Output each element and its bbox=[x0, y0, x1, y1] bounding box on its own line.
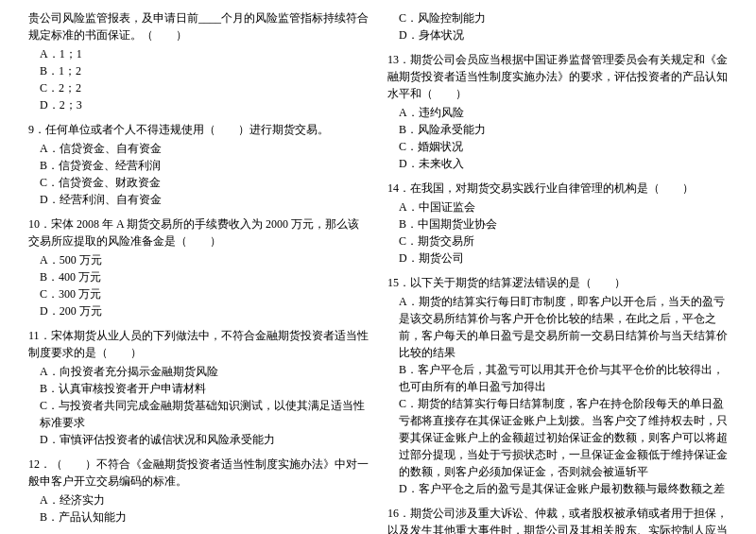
question-9-text: 9．任何单位或者个人不得违规使用（ ）进行期货交易。 bbox=[28, 121, 369, 138]
option-text: 婚姻状况 bbox=[418, 140, 463, 153]
option-text: 信贷资金、自有资金 bbox=[60, 142, 162, 155]
option-text: 期货交易所 bbox=[418, 234, 474, 248]
option-label: D． bbox=[40, 193, 60, 206]
q12-cont-options: C．风险控制能力 D．身体状况 bbox=[387, 9, 728, 43]
option-item: D．审慎评估投资者的诚信状况和风险承受能力 bbox=[40, 431, 369, 448]
question-9-block: 9．任何单位或者个人不得违规使用（ ）进行期货交易。 A．信贷资金、自有资金 B… bbox=[28, 121, 369, 208]
option-label: D． bbox=[399, 28, 419, 42]
q9-options: A．信贷资金、自有资金 B．信贷资金、经营利润 C．信贷资金、财政资金 D．经营… bbox=[28, 140, 369, 208]
option-text: 产品认知能力 bbox=[59, 510, 127, 524]
question-12-block: 12．（ ）不符合《金融期货投资者适当性制度实施办法》中对一般申客户开立交易编码… bbox=[28, 456, 369, 525]
option-item: B．客户平仓后，其盈亏可以用其开仓价与其平仓价的比较得出，也可由所有的单日盈亏加… bbox=[399, 361, 728, 395]
option-text: 审慎评估投资者的诚信状况和风险承受能力 bbox=[60, 433, 275, 446]
option-label: C． bbox=[40, 287, 59, 301]
option-item: D．客户平仓之后的盈亏是其保证金账户最初数额与最终数额之差 bbox=[399, 480, 728, 497]
option-item: D．200 万元 bbox=[40, 302, 369, 319]
option-item: D．身体状况 bbox=[399, 26, 728, 43]
option-label: B． bbox=[40, 159, 59, 172]
option-text: 期货公司 bbox=[419, 251, 464, 265]
option-label: A． bbox=[399, 295, 419, 308]
option-item: C．婚姻状况 bbox=[399, 138, 728, 155]
option-text: 400 万元 bbox=[59, 270, 101, 284]
question-14-block: 14．在我国，对期货交易实践行业自律管理的机构是（ ） A．中国证监会 B．中国… bbox=[387, 180, 728, 267]
right-column: C．风险控制能力 D．身体状况 13．期货公司会员应当根据中国证券监督管理委员会… bbox=[387, 9, 728, 534]
option-text: 1；1 bbox=[60, 47, 82, 60]
option-label: B． bbox=[399, 217, 418, 231]
option-label: D． bbox=[40, 433, 60, 446]
option-item: D．经营利润、自有资金 bbox=[40, 191, 369, 208]
option-text: 未来收入 bbox=[419, 157, 464, 170]
question-12-text: 12．（ ）不符合《金融期货投资者适当性制度实施办法》中对一般申客户开立交易编码… bbox=[28, 456, 369, 490]
option-label: A． bbox=[399, 106, 419, 119]
option-label: D． bbox=[399, 251, 419, 265]
option-item: A．1；1 bbox=[40, 45, 369, 62]
option-label: C． bbox=[399, 140, 418, 153]
option-text: 500 万元 bbox=[60, 253, 102, 267]
option-item: C．与投资者共同完成金融期货基础知识测试，以使其满足适当性标准要求 bbox=[40, 397, 369, 431]
option-text: 客户平仓之后的盈亏是其保证金账户最初数额与最终数额之差 bbox=[419, 482, 725, 495]
option-text: 期货的结算实行每日盯市制度，即客户以开仓后，当天的盈亏是该交易所结算价与客户开仓… bbox=[399, 295, 728, 359]
question-13-block: 13．期货公司会员应当根据中国证券监督管理委员会有关规定和《金融期货投资者适当性… bbox=[387, 51, 728, 172]
option-label: D． bbox=[399, 157, 419, 170]
q14-options: A．中国证监会 B．中国期货业协会 C．期货交易所 D．期货公司 bbox=[387, 198, 728, 267]
question-15-text: 15．以下关于期货的结算逻法错误的是（ ） bbox=[387, 274, 728, 291]
option-item: B．产品认知能力 bbox=[40, 508, 369, 525]
option-text: 经营利润、自有资金 bbox=[60, 193, 162, 206]
left-column: 贵公司风险监管报表，及申请日前____个月的风险监管指标持续符合规定标准的书面保… bbox=[28, 9, 369, 534]
question-15-block: 15．以下关于期货的结算逻法错误的是（ ） A．期货的结算实行每日盯市制度，即客… bbox=[387, 274, 728, 497]
option-text: 向投资者充分揭示金融期货风险 bbox=[60, 365, 218, 378]
option-label: A． bbox=[40, 365, 60, 378]
option-text: 风险承受能力 bbox=[418, 123, 486, 136]
option-label: C． bbox=[40, 399, 59, 412]
q15-options: A．期货的结算实行每日盯市制度，即客户以开仓后，当天的盈亏是该交易所结算价与客户… bbox=[387, 293, 728, 497]
option-label: A． bbox=[399, 200, 419, 214]
option-label: B． bbox=[40, 270, 59, 284]
option-item: A．经济实力 bbox=[40, 491, 369, 508]
option-item: A．期货的结算实行每日盯市制度，即客户以开仓后，当天的盈亏是该交易所结算价与客户… bbox=[399, 293, 728, 361]
option-item: C．信贷资金、财政资金 bbox=[40, 174, 369, 191]
option-text: 认真审核投资者开户申请材料 bbox=[59, 382, 206, 395]
option-text: 信贷资金、经营利润 bbox=[59, 159, 161, 172]
q12-options: A．经济实力 B．产品认知能力 bbox=[28, 491, 369, 525]
option-text: 200 万元 bbox=[60, 304, 102, 318]
option-item: C．期货的结算实行每日结算制度，客户在持仓阶段每天的单日盈亏都将直接存在其保证金… bbox=[399, 395, 728, 480]
option-item: B．1；2 bbox=[40, 62, 369, 79]
option-label: B． bbox=[399, 363, 418, 376]
option-item: C．2；2 bbox=[40, 79, 369, 96]
option-item: A．中国证监会 bbox=[399, 198, 728, 215]
option-text: 中国证监会 bbox=[419, 200, 475, 214]
option-label: C． bbox=[40, 81, 59, 95]
option-item: B．信贷资金、经营利润 bbox=[40, 157, 369, 174]
option-text: 300 万元 bbox=[59, 287, 101, 301]
option-item: D．未来收入 bbox=[399, 155, 728, 172]
option-text: 经济实力 bbox=[60, 493, 105, 507]
question-16-block: 16．期货公司涉及重大诉讼、仲裁，或者股权被承销或者用于担保，以及发生其他重大事… bbox=[387, 505, 728, 534]
intro-text: 贵公司风险监管报表，及申请日前____个月的风险监管指标持续符合规定标准的书面保… bbox=[28, 9, 369, 43]
option-label: D． bbox=[40, 304, 60, 318]
option-label: C． bbox=[399, 234, 418, 248]
two-column-layout: 贵公司风险监管报表，及申请日前____个月的风险监管指标持续符合规定标准的书面保… bbox=[28, 9, 728, 534]
option-label: C． bbox=[40, 176, 59, 189]
option-text: 违约风险 bbox=[419, 106, 464, 119]
option-text: 1；2 bbox=[59, 64, 81, 78]
q11-options: A．向投资者充分揭示金融期货风险 B．认真审核投资者开户申请材料 C．与投资者共… bbox=[28, 363, 369, 448]
question-12-continued-block: C．风险控制能力 D．身体状况 bbox=[387, 9, 728, 43]
option-label: B． bbox=[399, 123, 418, 136]
option-item: C．风险控制能力 bbox=[399, 9, 728, 26]
option-text: 身体状况 bbox=[419, 28, 464, 42]
option-label: A． bbox=[40, 142, 60, 155]
option-label: A． bbox=[40, 493, 60, 507]
option-item: D．2；3 bbox=[40, 96, 369, 113]
option-text: 期货的结算实行每日结算制度，客户在持仓阶段每天的单日盈亏都将直接存在其保证金账户… bbox=[399, 397, 728, 478]
option-label: D． bbox=[40, 98, 60, 112]
question-10-block: 10．宋体 2008 年 A 期货交易所的手续费收入为 2000 万元，那么该交… bbox=[28, 215, 369, 319]
q10-options: A．500 万元 B．400 万元 C．300 万元 D．200 万元 bbox=[28, 251, 369, 319]
q8-options: A．1；1 B．1；2 C．2；2 D．2；3 bbox=[28, 45, 369, 113]
page-container: 贵公司风险监管报表，及申请日前____个月的风险监管指标持续符合规定标准的书面保… bbox=[28, 9, 728, 534]
option-label: A． bbox=[40, 47, 60, 60]
option-text: 2；2 bbox=[59, 81, 81, 95]
option-text: 与投资者共同完成金融期货基础知识测试，以使其满足适当性标准要求 bbox=[40, 399, 365, 429]
question-16-text: 16．期货公司涉及重大诉讼、仲裁，或者股权被承销或者用于担保，以及发生其他重大事… bbox=[387, 505, 728, 534]
option-item: C．期货交易所 bbox=[399, 233, 728, 250]
option-text: 信贷资金、财政资金 bbox=[59, 176, 161, 189]
